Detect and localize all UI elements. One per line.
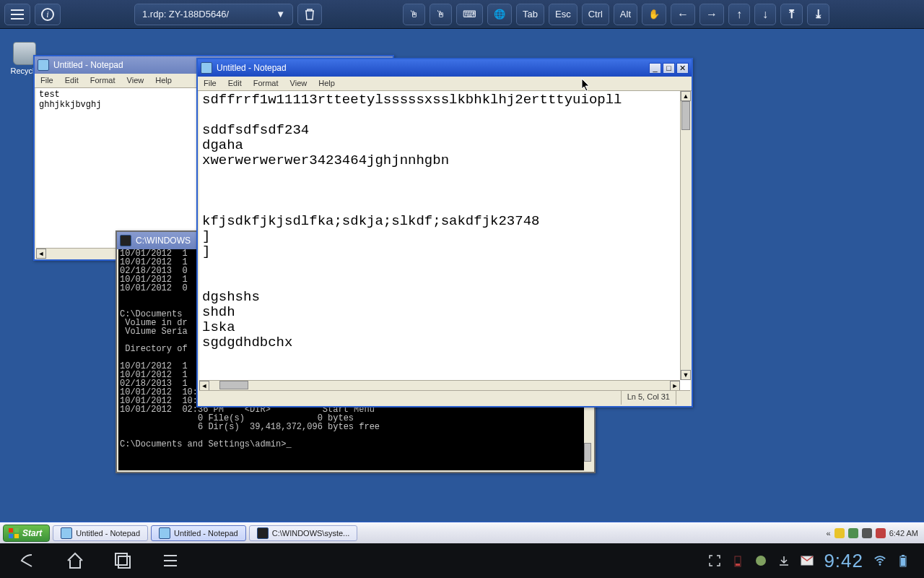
scroll-left-icon[interactable]: ◄ — [199, 381, 209, 391]
menu-icon[interactable] — [4, 4, 30, 25]
menubar: File Edit Format View Help — [198, 77, 692, 91]
esc-key[interactable]: Esc — [549, 4, 578, 25]
alt-key[interactable]: Alt — [614, 4, 637, 25]
scroll-up-icon[interactable]: ▲ — [681, 91, 691, 101]
chevron-down-icon: ▼ — [276, 9, 285, 20]
minimize-button[interactable]: _ — [649, 63, 661, 74]
menu-file[interactable]: File — [35, 74, 59, 87]
taskbar-item[interactable]: Untitled - Notepad — [53, 525, 148, 541]
scroll-left-icon[interactable]: ◄ — [36, 249, 46, 259]
menu-edit[interactable]: Edit — [59, 74, 84, 87]
svg-rect-2 — [9, 528, 13, 532]
menu-icon[interactable] — [157, 548, 183, 574]
menu-view[interactable]: View — [284, 77, 313, 90]
cmd-icon — [257, 527, 269, 539]
menu-view[interactable]: View — [121, 74, 150, 87]
network-icon[interactable] — [848, 528, 858, 538]
text-content[interactable]: sdffrrf1w11113rtteetylsssssxsslkbhklhj2e… — [199, 91, 680, 380]
trash-icon[interactable] — [297, 4, 322, 25]
battery-icon — [897, 554, 910, 567]
battery-low-icon — [731, 554, 744, 567]
page-up-icon[interactable]: ⤒ — [780, 4, 803, 25]
notepad-icon — [201, 62, 212, 74]
arrow-down-icon[interactable]: ↓ — [754, 4, 776, 25]
vscrollbar[interactable]: ▲ ▼ — [680, 91, 690, 380]
mouse-right-icon[interactable]: 🖱 — [430, 4, 452, 25]
arrow-up-icon[interactable]: ↑ — [728, 4, 750, 25]
window-title: Untitled - Notepad — [53, 60, 123, 70]
shield-icon[interactable] — [834, 528, 845, 538]
arrow-left-icon[interactable]: ← — [671, 4, 695, 25]
scroll-thumb[interactable] — [584, 443, 591, 462]
recent-apps-icon[interactable] — [110, 548, 136, 574]
window-title: Untitled - Notepad — [217, 63, 287, 73]
svg-rect-14 — [901, 558, 905, 566]
fullscreen-icon[interactable] — [708, 554, 721, 567]
session-dropdown[interactable]: 1.rdp: ZY-188D5646/ ▼ — [134, 4, 293, 25]
wifi-icon[interactable] — [873, 554, 886, 567]
maximize-button[interactable]: □ — [663, 63, 675, 74]
back-icon[interactable] — [14, 548, 40, 574]
menu-format[interactable]: Format — [84, 74, 121, 87]
mouse-left-icon[interactable]: 🖱 — [403, 4, 425, 25]
menu-format[interactable]: Format — [248, 77, 284, 90]
rdp-toolbar: i 1.rdp: ZY-188D5646/ ▼ 🖱 🖱 ⌨ 🌐 Tab Esc … — [0, 0, 924, 29]
ctrl-key[interactable]: Ctrl — [582, 4, 609, 25]
android-icon[interactable] — [754, 554, 767, 567]
notepad-icon — [61, 527, 72, 539]
keyboard-icon[interactable]: ⌨ — [456, 4, 483, 25]
menu-help[interactable]: Help — [149, 74, 178, 87]
session-name: 1.rdp: ZY-188D5646/ — [142, 9, 229, 20]
tray-expand-icon[interactable]: « — [827, 529, 831, 538]
taskbar-item-label: C:\WINDOWS\syste... — [272, 529, 350, 538]
scroll-thumb[interactable] — [681, 101, 690, 130]
taskbar-item-label: Untitled - Notepad — [76, 529, 140, 538]
system-tray[interactable]: « 6:42 AM — [827, 528, 921, 538]
menu-file[interactable]: File — [198, 77, 222, 90]
antivirus-icon[interactable] — [876, 528, 886, 538]
tab-key[interactable]: Tab — [516, 4, 544, 25]
svg-rect-5 — [14, 534, 19, 538]
taskbar-item-label: Untitled - Notepad — [174, 529, 238, 538]
svg-point-10 — [756, 556, 766, 566]
resize-grip[interactable] — [676, 391, 690, 405]
svg-point-12 — [879, 564, 881, 566]
scroll-right-icon[interactable]: ► — [670, 381, 680, 391]
remote-desktop[interactable]: Recycle Untitled - Notepad _ □ ✕ File Ed… — [0, 29, 924, 543]
android-clock[interactable]: 9:42 — [824, 550, 863, 572]
svg-rect-6 — [116, 553, 127, 565]
start-button[interactable]: Start — [3, 525, 50, 542]
taskbar-item[interactable]: Untitled - Notepad — [151, 525, 246, 541]
svg-rect-4 — [9, 534, 13, 538]
svg-rect-7 — [118, 556, 130, 568]
notepad-icon — [38, 59, 49, 71]
menu-edit[interactable]: Edit — [222, 77, 248, 90]
pointer-icon[interactable]: ✋ — [642, 4, 666, 25]
svg-text:i: i — [46, 9, 48, 20]
cmd-icon — [120, 235, 131, 246]
menu-help[interactable]: Help — [313, 77, 341, 90]
scroll-down-icon[interactable]: ▼ — [681, 370, 691, 380]
svg-rect-15 — [902, 555, 905, 556]
home-icon[interactable] — [62, 548, 88, 574]
notepad-window-front[interactable]: Untitled - Notepad _ □ ✕ File Edit Forma… — [196, 58, 693, 407]
taskbar-item[interactable]: C:\WINDOWS\syste... — [249, 525, 358, 541]
titlebar[interactable]: Untitled - Notepad _ □ ✕ — [198, 59, 692, 77]
taskbar-clock[interactable]: 6:42 AM — [889, 529, 918, 538]
arrow-right-icon[interactable]: → — [699, 4, 724, 25]
download-icon[interactable] — [777, 554, 790, 567]
globe-icon[interactable]: 🌐 — [487, 4, 512, 25]
svg-rect-9 — [736, 564, 740, 566]
cursor-position: Ln 5, Col 31 — [621, 391, 676, 405]
window-title: C:\WINDOWS — [136, 236, 191, 246]
close-button[interactable]: ✕ — [676, 63, 689, 74]
notepad-icon — [159, 527, 170, 539]
hscrollbar[interactable]: ◄ ► — [199, 380, 680, 390]
mail-icon[interactable] — [801, 554, 814, 567]
info-icon[interactable]: i — [35, 4, 61, 25]
textarea-wrap: sdffrrf1w11113rtteetylsssssxsslkbhklhj2e… — [199, 91, 690, 390]
volume-icon[interactable] — [862, 528, 872, 538]
page-down-icon[interactable]: ⤓ — [807, 4, 829, 25]
windows-taskbar: Start Untitled - Notepad Untitled - Note… — [0, 522, 924, 543]
scroll-thumb[interactable] — [219, 381, 248, 389]
